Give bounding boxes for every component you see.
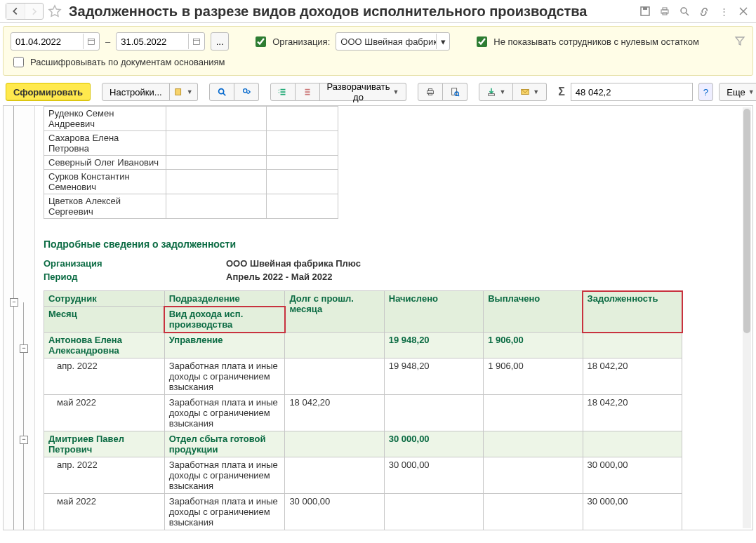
detail-accrued <box>384 395 483 431</box>
svg-rect-13 <box>175 89 180 95</box>
outline-toggle[interactable]: − <box>10 298 18 307</box>
detail-debt: 30 000,00 <box>583 494 682 530</box>
svg-line-6 <box>686 13 689 15</box>
date-from-field[interactable] <box>11 34 83 49</box>
detail-accrued: 19 948,20 <box>384 358 483 395</box>
generate-button[interactable]: Сформировать <box>6 83 91 101</box>
detail-prev <box>285 457 384 494</box>
empty-cell <box>266 107 338 131</box>
table-row[interactable]: Сурков Константин Семенович <box>44 170 338 194</box>
table-row[interactable]: Руденко Семен Андреевич <box>44 107 338 131</box>
org-select[interactable]: ООО Швейная фабрик ▾ <box>336 32 450 51</box>
save-icon[interactable] <box>638 4 652 18</box>
empty-cell <box>166 194 266 219</box>
decode-checkbox-label: Расшифровывать по документам основаниям <box>30 57 225 67</box>
period-header-value: Апрель 2022 - Май 2022 <box>226 270 361 283</box>
detail-month: апр. 2022 <box>44 457 165 494</box>
favorite-star-icon[interactable] <box>48 4 62 18</box>
employee-name: Цветков Алексей Сергеевич <box>44 194 166 219</box>
title-bar: Задолженность в разрезе видов доходов ис… <box>0 0 756 23</box>
group-prev <box>285 431 384 457</box>
expand-to-button[interactable]: Разворачивать до ▼ <box>320 83 407 101</box>
table-row[interactable]: Сахарова Елена Петровна <box>44 131 338 156</box>
decode-checkbox[interactable]: Расшифровывать по документам основаниям <box>11 55 225 69</box>
nav-back-button[interactable] <box>6 4 25 19</box>
org-checkbox[interactable]: Организация: <box>253 34 330 49</box>
col-income-type: Вид дохода исп. производства <box>164 307 285 333</box>
col-paid: Выплачено <box>484 291 583 333</box>
employee-name: Руденко Семен Андреевич <box>44 107 166 131</box>
group-row[interactable]: Антонова Елена Александровна Управление … <box>44 333 682 358</box>
close-icon[interactable] <box>736 4 750 18</box>
detail-row[interactable]: апр. 2022 Заработная плата и иные доходы… <box>44 457 682 494</box>
detail-income: Заработная плата и иные доходы с огранич… <box>164 457 285 494</box>
more-actions-button[interactable]: Еще ▼ <box>719 83 756 101</box>
date-separator: – <box>105 36 110 47</box>
scrollbar[interactable] <box>743 107 751 528</box>
detail-income: Заработная плата и иные доходы с огранич… <box>164 395 285 431</box>
detail-paid <box>484 457 583 494</box>
filter-funnel-icon[interactable] <box>734 35 745 48</box>
print-icon[interactable] <box>658 4 672 18</box>
mail-button[interactable]: ▼ <box>513 83 547 101</box>
link-icon[interactable] <box>697 4 711 18</box>
scrollbar-thumb[interactable] <box>743 109 750 333</box>
preview-icon[interactable] <box>677 4 691 18</box>
sum-value-input[interactable] <box>571 83 693 101</box>
org-checkbox-input[interactable] <box>256 36 266 47</box>
print-preview-button[interactable] <box>443 83 467 101</box>
more-menu-icon[interactable]: ⋮ <box>717 4 731 18</box>
search-next-button[interactable] <box>234 83 259 101</box>
empty-cell <box>166 131 266 156</box>
group-row[interactable]: Дмитриев Павел Петрович Отдел сбыта гото… <box>44 431 682 457</box>
search-button[interactable] <box>209 83 234 101</box>
nav-forward-button[interactable] <box>25 4 43 19</box>
print-button[interactable] <box>418 83 443 101</box>
date-from-input[interactable] <box>11 32 100 51</box>
export-button[interactable]: ▼ <box>479 83 513 101</box>
detail-accrued <box>384 494 483 530</box>
empty-cell <box>266 131 338 156</box>
svg-rect-11 <box>194 39 200 44</box>
filter-panel: – ... Организация: ООО Швейная фабрик ▾ … <box>3 26 753 76</box>
settings-variants-button[interactable]: ▼ <box>170 83 198 101</box>
toolbar: Сформировать Настройки... ▼ Разворачиват… <box>0 79 756 105</box>
table-row[interactable]: Северный Олег Иванович <box>44 156 338 170</box>
collapse-all-button[interactable] <box>270 83 296 101</box>
outline-toggle[interactable]: − <box>20 344 28 353</box>
svg-point-5 <box>681 8 687 13</box>
settings-button[interactable]: Настройки... <box>102 83 170 101</box>
expand-all-button[interactable] <box>296 83 320 101</box>
period-picker-button[interactable]: ... <box>211 32 229 51</box>
hide-zero-checkbox-input[interactable] <box>477 36 487 47</box>
detail-month: апр. 2022 <box>44 358 165 395</box>
title-actions: ⋮ <box>638 4 750 18</box>
detail-month: май 2022 <box>44 395 165 431</box>
date-to-field[interactable] <box>117 34 188 49</box>
table-row[interactable]: Цветков Алексей Сергеевич <box>44 194 338 219</box>
help-button[interactable]: ? <box>698 83 713 101</box>
report-body[interactable]: Руденко Семен АндреевичСахарова Елена Пе… <box>35 106 752 530</box>
detail-income: Заработная плата и иные доходы с огранич… <box>164 358 285 395</box>
detail-accrued: 30 000,00 <box>384 457 483 494</box>
employee-name: Северный Олег Иванович <box>44 156 166 170</box>
calendar-icon[interactable] <box>83 34 99 49</box>
detail-row[interactable]: май 2022 Заработная плата и иные доходы … <box>44 494 682 530</box>
col-dept: Подразделение <box>164 291 285 307</box>
detail-prev: 18 042,20 <box>285 395 384 431</box>
col-accrued: Начислено <box>384 291 483 333</box>
hide-zero-checkbox[interactable]: Не показывать сотрудников с нулевым оста… <box>474 34 699 49</box>
calendar-icon[interactable] <box>188 34 204 49</box>
date-to-input[interactable] <box>116 32 205 51</box>
detail-prev <box>285 358 384 395</box>
expand-to-label: Разворачивать до <box>327 81 390 102</box>
svg-rect-3 <box>663 8 667 10</box>
empty-cell <box>166 107 266 131</box>
employees-table: Руденко Семен АндреевичСахарова Елена Пе… <box>44 106 338 219</box>
outline-toggle[interactable]: − <box>20 436 28 444</box>
col-debt: Задолженность <box>583 291 682 333</box>
detail-row[interactable]: апр. 2022 Заработная плата и иные доходы… <box>44 358 682 395</box>
detail-row[interactable]: май 2022 Заработная плата и иные доходы … <box>44 395 682 431</box>
chevron-down-icon[interactable]: ▾ <box>436 34 449 49</box>
decode-checkbox-input[interactable] <box>13 57 24 67</box>
